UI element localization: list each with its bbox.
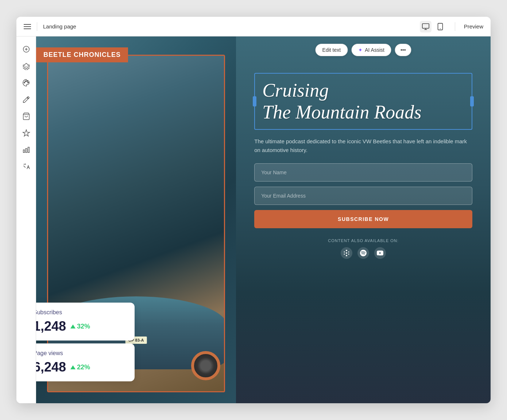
- name-input[interactable]: [254, 163, 472, 182]
- top-bar: Landing page Preview: [16, 17, 491, 36]
- sidebar-bag[interactable]: [19, 109, 33, 123]
- stats-overlay: Subscribes 1,248 32% Page views 6,248: [36, 303, 135, 381]
- app-window: Landing page Preview: [16, 17, 491, 403]
- svg-rect-9: [23, 150, 24, 152]
- svg-point-7: [27, 82, 28, 83]
- sidebar: [16, 36, 36, 403]
- svg-point-16: [344, 253, 345, 254]
- mobile-view-button[interactable]: [434, 21, 446, 32]
- sidebar-chart[interactable]: [19, 143, 33, 157]
- subscribes-label: Subscribes: [36, 309, 127, 316]
- email-input[interactable]: [254, 187, 472, 205]
- sidebar-pen[interactable]: [19, 93, 33, 106]
- google-podcasts-icon[interactable]: [341, 247, 352, 259]
- svg-point-13: [346, 252, 347, 254]
- desktop-view-button[interactable]: [420, 21, 431, 32]
- edit-text-button[interactable]: Edit text: [316, 44, 348, 56]
- spotify-icon[interactable]: [357, 247, 369, 259]
- device-toggle: [420, 21, 446, 32]
- svg-point-14: [346, 255, 347, 256]
- platforms-section: CONTENT ALSO AVAILABLE ON:: [254, 238, 472, 259]
- ai-assist-button[interactable]: ✦ AI Assist: [351, 44, 391, 56]
- menu-icon[interactable]: [24, 24, 31, 29]
- subscribes-value-row: 1,248 32%: [36, 319, 127, 334]
- youtube-icon[interactable]: [374, 247, 386, 259]
- headline: Cruising The Mountain Roads: [262, 79, 464, 123]
- subscribes-card: Subscribes 1,248 32%: [36, 303, 135, 341]
- svg-point-5: [25, 81, 26, 82]
- page-views-card: Page views 6,248 22%: [36, 343, 135, 381]
- floating-toolbar: Edit text ✦ AI Assist •••: [316, 44, 411, 56]
- canvas-area: BEETLE CHRONICLES OP 83-A: [36, 36, 491, 403]
- main-body: BEETLE CHRONICLES OP 83-A: [16, 36, 491, 403]
- page-views-value: 6,248: [36, 359, 66, 375]
- headline-text-box[interactable]: Cruising The Mountain Roads: [254, 73, 472, 130]
- page-views-value-row: 6,248 22%: [36, 359, 127, 375]
- svg-point-15: [344, 251, 345, 252]
- sparkle-icon: ✦: [358, 47, 363, 53]
- svg-point-6: [26, 81, 27, 82]
- beetle-wheel-right: [191, 351, 220, 380]
- separator: [37, 22, 37, 31]
- subscribes-value: 1,248: [36, 319, 66, 334]
- svg-rect-11: [28, 147, 29, 153]
- page-views-label: Page views: [36, 350, 127, 357]
- top-bar-separator-2: [455, 22, 455, 31]
- subscription-form: SUBSCRIBE NOW: [254, 163, 472, 228]
- sidebar-palette[interactable]: [19, 76, 33, 90]
- page-title: Landing page: [43, 23, 414, 30]
- sidebar-layers[interactable]: [19, 59, 33, 73]
- book-title-overlay: BEETLE CHRONICLES: [36, 47, 128, 62]
- svg-rect-0: [422, 23, 429, 28]
- svg-point-18: [348, 253, 349, 254]
- subscribe-button[interactable]: SUBSCRIBE NOW: [254, 210, 472, 228]
- subtitle-text: The ultimate podcast dedicated to the ic…: [254, 137, 472, 155]
- page-views-growth: 22%: [70, 363, 90, 371]
- book-title: BEETLE CHRONICLES: [43, 51, 121, 59]
- svg-point-2: [440, 28, 441, 29]
- platforms-label: CONTENT ALSO AVAILABLE ON:: [328, 238, 399, 243]
- sidebar-sparkles[interactable]: [19, 126, 33, 140]
- svg-rect-10: [26, 148, 27, 152]
- svg-point-17: [348, 251, 349, 252]
- subscribes-growth: 32%: [70, 323, 90, 330]
- right-panel: Edit text ✦ AI Assist ••• Cruising The M…: [236, 36, 491, 403]
- sidebar-add[interactable]: [19, 42, 33, 56]
- sidebar-translate[interactable]: [19, 160, 33, 174]
- svg-point-4: [24, 82, 25, 83]
- arrow-up-icon: [70, 324, 76, 328]
- preview-button[interactable]: Preview: [464, 23, 483, 30]
- more-options-button[interactable]: •••: [395, 44, 411, 56]
- platforms-icons: [341, 247, 386, 259]
- svg-point-12: [346, 250, 347, 251]
- arrow-up-icon-2: [70, 365, 76, 369]
